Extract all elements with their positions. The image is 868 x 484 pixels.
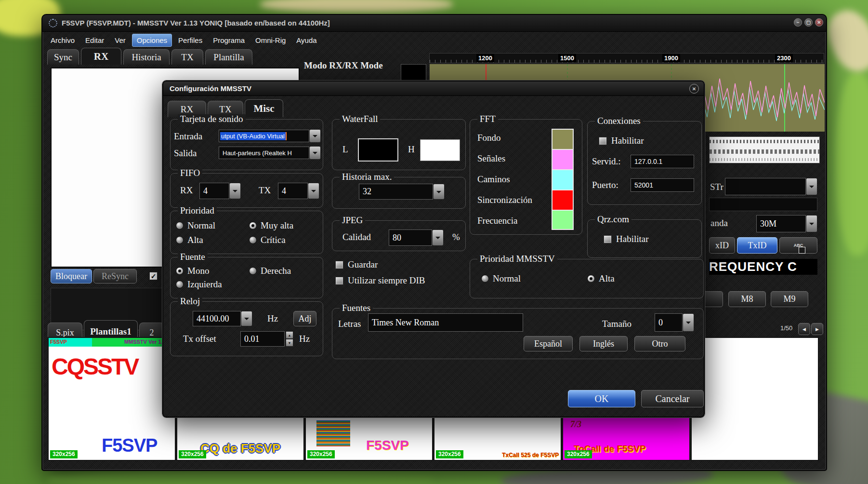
waterfall-l-swatch[interactable]: [358, 138, 398, 161]
menu-omnirig[interactable]: Omni-Rig: [251, 34, 290, 46]
dib-checkbox[interactable]: Utilizar siempre DIB: [335, 275, 425, 286]
chevron-down-icon[interactable]: [806, 215, 817, 232]
radio-icon[interactable]: [587, 275, 595, 282]
espanol-button[interactable]: Español: [524, 336, 573, 351]
page-prev-icon[interactable]: ◀: [798, 323, 810, 335]
chevron-down-icon[interactable]: [229, 183, 241, 199]
bloquear-button[interactable]: Bloquear: [51, 269, 92, 283]
spin-up-icon[interactable]: ▲: [286, 331, 293, 339]
menu-ayuda[interactable]: Ayuda: [292, 34, 321, 46]
template-thumb-1[interactable]: F5SVP MMSSTV Ver 1.13 Y CQSSTV F5SVP 320…: [48, 337, 176, 461]
otro-button[interactable]: Otro: [634, 336, 685, 351]
fifo-tx-dropdown[interactable]: 4: [278, 183, 319, 199]
page-next-icon[interactable]: ▶: [811, 323, 823, 335]
radio-mono[interactable]: Mono: [176, 266, 209, 276]
radio-icon[interactable]: [481, 275, 489, 282]
clock-dropdown[interactable]: 44100.00: [193, 311, 252, 326]
font-size-dropdown[interactable]: 0: [655, 313, 694, 332]
tab-plantilla[interactable]: Plantilla: [205, 49, 252, 65]
chevron-down-icon[interactable]: [683, 313, 694, 332]
menu-editar[interactable]: Editar: [81, 34, 108, 46]
txid-button[interactable]: TxID: [737, 237, 777, 254]
puerto-field[interactable]: 52001: [631, 178, 694, 192]
frequency-ruler[interactable]: 1200 1500 1900 2300: [429, 53, 824, 63]
adj-button[interactable]: Adj: [293, 311, 316, 326]
radio-icon[interactable]: [176, 222, 184, 229]
checkbox-icon[interactable]: [599, 137, 607, 145]
tab-tx[interactable]: TX: [171, 49, 203, 65]
m7-button-partial[interactable]: [702, 291, 723, 307]
cancelar-button[interactable]: Cancelar: [641, 390, 704, 407]
menu-programa[interactable]: Programa: [209, 34, 249, 46]
fft-sincronizacion-swatch[interactable]: [552, 189, 574, 210]
m8-button[interactable]: M8: [728, 291, 766, 307]
entrada-dropdown[interactable]: utput (VB-Audio Virtual: [219, 130, 321, 142]
callsign-bar[interactable]: [709, 198, 817, 211]
history-max-dropdown[interactable]: 32: [359, 184, 445, 200]
fifo-rx-dropdown[interactable]: 4: [199, 183, 241, 199]
chevron-down-icon[interactable]: [309, 146, 321, 160]
chevron-down-icon[interactable]: [806, 178, 817, 195]
waterfall-h-swatch[interactable]: [420, 139, 460, 161]
radio-muy-alta[interactable]: Muy alta: [249, 220, 293, 231]
maximize-icon[interactable]: ▢: [804, 18, 813, 27]
ingles-button[interactable]: Inglés: [579, 336, 628, 351]
chevron-down-icon[interactable]: [432, 229, 444, 246]
title-bar[interactable]: F5SVP (F5SVP.MDT) - MMSSTV Ver 1.13 YONI…: [42, 15, 826, 32]
fft-frecuencia-swatch[interactable]: [552, 210, 574, 230]
tx-offset-stepper[interactable]: ▲▼: [286, 331, 293, 347]
band-dropdown[interactable]: 30M: [756, 215, 817, 232]
menu-ver[interactable]: Ver: [110, 34, 130, 46]
fft-caminos-swatch[interactable]: [552, 169, 574, 189]
radio-icon[interactable]: [249, 236, 257, 244]
close-icon[interactable]: ✕: [815, 18, 823, 27]
chevron-down-icon[interactable]: [433, 184, 445, 200]
menu-perfiles[interactable]: Perfiles: [174, 34, 207, 46]
radio-icon[interactable]: [176, 236, 184, 244]
text-overlay-button[interactable]: ABC: [779, 237, 817, 254]
rxid-button[interactable]: xID: [709, 237, 735, 254]
radio-normal[interactable]: Normal: [176, 220, 215, 231]
connections-habilitar-checkbox[interactable]: Habilitar: [599, 135, 644, 146]
radio-critica[interactable]: Crítica: [249, 235, 286, 245]
servid-field[interactable]: 127.0.0.1: [631, 155, 694, 168]
dialog-title-bar[interactable]: Configuración MMSSTV ✕: [163, 81, 704, 96]
chevron-down-icon[interactable]: [241, 311, 252, 326]
radio-alta[interactable]: Alta: [176, 235, 203, 245]
chevron-down-icon[interactable]: [308, 183, 319, 199]
radio-derecha[interactable]: Derecha: [249, 266, 291, 276]
str-dropdown[interactable]: [725, 178, 817, 195]
guardar-checkbox[interactable]: Guardar: [335, 259, 378, 270]
spin-down-icon[interactable]: ▼: [286, 339, 293, 347]
waterfall-strip[interactable]: [709, 136, 820, 163]
chevron-down-icon[interactable]: [309, 129, 321, 143]
salida-dropdown[interactable]: Haut-parleurs (Realtek H: [219, 147, 321, 159]
checkbox-icon[interactable]: [604, 235, 612, 243]
radio-izquierda[interactable]: Izquierda: [176, 279, 222, 290]
fft-fondo-swatch[interactable]: [552, 129, 574, 149]
tx-offset-field[interactable]: 0.01: [240, 331, 285, 347]
dialog-tab-misc[interactable]: Misc: [245, 99, 283, 117]
radio-icon[interactable]: [249, 267, 257, 275]
minimize-icon[interactable]: –: [794, 18, 802, 27]
tab-historia[interactable]: Historia: [123, 49, 170, 65]
resync-button[interactable]: ReSync: [93, 269, 137, 283]
radio-icon[interactable]: [176, 267, 184, 275]
tab-sync[interactable]: Sync: [47, 49, 79, 65]
menu-archivo[interactable]: Archivo: [46, 34, 79, 46]
radio-icon[interactable]: [249, 222, 257, 229]
font-name-field[interactable]: Times New Roman: [368, 313, 523, 332]
radio-mmsstv-normal[interactable]: Normal: [481, 273, 521, 284]
dialog-close-icon[interactable]: ✕: [689, 84, 699, 94]
template-thumb-6[interactable]: [691, 337, 819, 461]
ok-button[interactable]: OK: [568, 390, 635, 407]
auto-checkbox[interactable]: [149, 272, 158, 280]
fft-senales-swatch[interactable]: [552, 149, 574, 169]
qrz-habilitar-checkbox[interactable]: Habilitar: [604, 234, 649, 244]
jpeg-quality-dropdown[interactable]: 80: [389, 229, 444, 246]
tab-rx[interactable]: RX: [81, 48, 121, 65]
radio-mmsstv-alta[interactable]: Alta: [587, 273, 615, 284]
checkbox-icon[interactable]: [335, 261, 343, 269]
m9-button[interactable]: M9: [771, 291, 808, 307]
radio-icon[interactable]: [176, 281, 184, 288]
